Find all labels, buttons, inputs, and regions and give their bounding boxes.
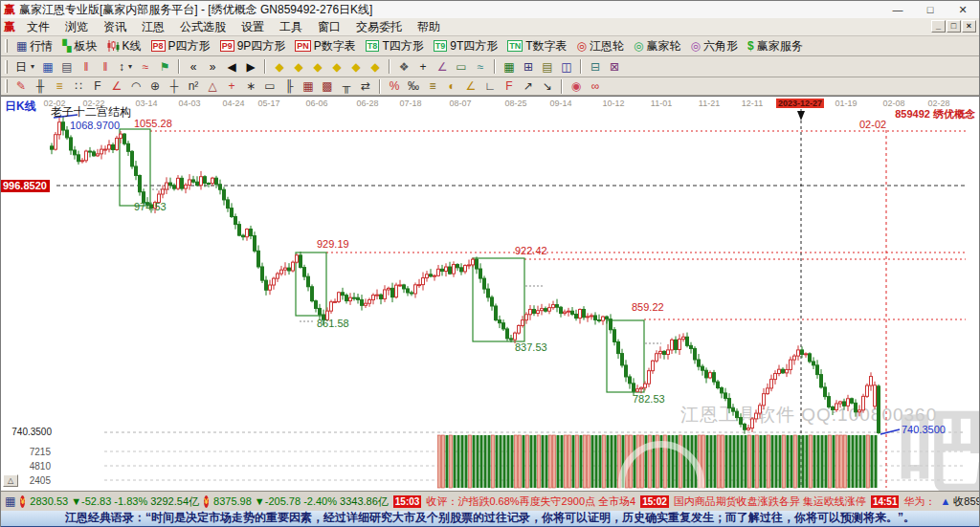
gann-wheel-button[interactable]: ◎江恩轮: [572, 37, 629, 55]
menu-browse[interactable]: 浏览: [57, 19, 96, 35]
gann-diamond-left-icon[interactable]: ◆: [270, 58, 289, 76]
menu-settings[interactable]: 设置: [234, 19, 272, 35]
ray-burst-icon[interactable]: ∗: [241, 77, 260, 95]
gann-grid-icon[interactable]: ╫: [31, 77, 50, 95]
market-grid-icon[interactable]: ▦: [5, 494, 15, 508]
price-proportion-icon[interactable]: ∷: [69, 77, 88, 95]
prev-candle-icon[interactable]: ◀: [222, 58, 241, 76]
square-nine-icon[interactable]: n²: [184, 77, 203, 95]
hexagon-button[interactable]: ◎六角形: [686, 37, 743, 55]
p9-square-button[interactable]: P99P四方形: [215, 37, 291, 55]
memo-icon[interactable]: ▤: [538, 58, 557, 76]
toolbar-button-label: P四方形: [168, 38, 211, 55]
data-import-icon[interactable]: ⊠: [605, 58, 624, 76]
minimize-button[interactable]: —: [881, 4, 914, 16]
menu-help[interactable]: 帮助: [410, 19, 448, 35]
f-line-icon[interactable]: F: [88, 77, 107, 95]
close-button[interactable]: ✕: [947, 4, 979, 16]
draw-pen-icon[interactable]: ✎: [11, 77, 31, 95]
channel-tool-icon[interactable]: ╟: [279, 77, 299, 95]
half-circle-icon[interactable]: ◐: [442, 77, 461, 95]
arc-line-icon[interactable]: ◠: [126, 77, 145, 95]
permille-line-icon[interactable]: ‰: [404, 77, 423, 95]
gann-circle-icon[interactable]: ⊕: [145, 77, 165, 95]
gann-box-icon[interactable]: ▦: [299, 77, 318, 95]
gann-diamond-right-icon[interactable]: ◆: [289, 58, 308, 76]
mdi-minimize-button[interactable]: _: [931, 20, 946, 33]
mini-kline-red2-icon[interactable]: ‖: [96, 58, 115, 76]
maximize-button[interactable]: □: [914, 4, 947, 16]
cycle-bars-icon[interactable]: ╥: [337, 77, 356, 95]
menu-file[interactable]: 文件: [19, 19, 57, 35]
mini-kline-red-icon[interactable]: ‖: [77, 58, 96, 76]
wave-count-icon[interactable]: ≈: [471, 58, 490, 76]
crosshair-icon[interactable]: +: [413, 58, 433, 76]
t-table-button[interactable]: TNT数字表: [502, 37, 571, 55]
swap-axis-icon[interactable]: ⇄: [356, 77, 375, 95]
menu-info[interactable]: 资讯: [96, 19, 134, 35]
mdi-close-button[interactable]: ×: [962, 20, 976, 33]
region-stat-icon[interactable]: ▭: [452, 58, 471, 76]
menu-window[interactable]: 窗口: [310, 19, 348, 35]
angle-measure-icon[interactable]: ∠: [433, 58, 452, 76]
infinity-icon[interactable]: ∞: [586, 77, 605, 95]
rect-mark-icon[interactable]: ▭: [260, 77, 279, 95]
news-headline-3[interactable]: 华为：: [903, 494, 935, 509]
p-square-button[interactable]: P8P四方形: [146, 37, 215, 55]
fib-retrace-icon[interactable]: ≡: [423, 77, 442, 95]
angle-line-icon[interactable]: ∠: [107, 77, 126, 95]
f2-line-icon[interactable]: F: [500, 77, 519, 95]
market-button[interactable]: ▦行情: [11, 37, 57, 55]
shanghai-index-quote[interactable]: 2830.53 ▼-52.83 -1.83% 3292.54亿: [30, 494, 199, 509]
gann-diamond-h-icon[interactable]: ◆: [308, 58, 327, 76]
t9-square-button[interactable]: T99T四方形: [429, 37, 503, 55]
winner-service-button[interactable]: $赢家服务: [743, 37, 808, 55]
uptrend-line-icon[interactable]: ↗: [519, 77, 538, 95]
menu-formula-pick[interactable]: 公式选股: [172, 19, 234, 35]
gold-angle-icon[interactable]: ∠: [461, 77, 480, 95]
calculator-icon[interactable]: ⊞: [519, 58, 538, 76]
golden-section-icon[interactable]: ≡: [50, 77, 69, 95]
news-headline-1[interactable]: 收评：沪指跌0.68%再度失守2900点 全市场4: [426, 494, 635, 509]
menu-trade[interactable]: 交易委托: [348, 19, 410, 35]
percent-line-icon[interactable]: %: [385, 77, 404, 95]
kline-button[interactable]: K线: [102, 37, 146, 55]
news-headline-2[interactable]: 国内商品期货收盘涨跌各异 集运欧线涨停: [674, 494, 866, 509]
data-export-icon[interactable]: ⊟: [586, 58, 605, 76]
last-page-icon[interactable]: »: [203, 58, 222, 76]
menu-gann[interactable]: 江恩: [134, 19, 172, 35]
layout-window-icon[interactable]: ▦: [38, 58, 57, 76]
kline-canvas[interactable]: [1, 97, 979, 491]
toolbar-drag-handle[interactable]: [5, 60, 8, 74]
gann-diamond-up-icon[interactable]: ◆: [327, 58, 346, 76]
save-layout-icon[interactable]: ◫: [557, 58, 576, 76]
gann-diamond-v-icon[interactable]: ◆: [366, 58, 385, 76]
first-page-icon[interactable]: «: [184, 58, 203, 76]
shade-box-icon[interactable]: ▩: [318, 77, 337, 95]
t-square-button[interactable]: T8T四方形: [361, 37, 429, 55]
menu-tools[interactable]: 工具: [272, 19, 310, 35]
flag-marker-icon[interactable]: ⚑: [155, 58, 174, 76]
gann-diamond-down-icon[interactable]: ◆: [346, 58, 366, 76]
overlay-kline-icon[interactable]: ≈: [136, 58, 155, 76]
time-grid-icon[interactable]: ┼: [165, 77, 184, 95]
calendar-icon[interactable]: ▦: [500, 58, 519, 76]
winner-wheel-button[interactable]: ◎赢家轮: [629, 37, 685, 55]
p-table-button[interactable]: PNP数字表: [290, 37, 361, 55]
period-day-button[interactable]: 日▾: [11, 58, 38, 76]
quote-panel-icon[interactable]: ▤: [57, 58, 77, 76]
zoom-updown-icon[interactable]: ↕▾: [115, 58, 136, 76]
hand-drag-icon[interactable]: ❖: [394, 58, 413, 76]
fan-center-icon[interactable]: +: [222, 77, 241, 95]
shenzhen-index-quote[interactable]: 8375.98 ▼-205.78 -2.40% 3343.86亿: [213, 494, 389, 509]
sectors-button[interactable]: ▚板块: [57, 37, 101, 55]
toolbar-drag-handle[interactable]: [5, 79, 8, 93]
panel-expander-button[interactable]: △: [3, 474, 18, 487]
taiji-icon[interactable]: ◉: [567, 77, 586, 95]
right-angle-icon[interactable]: ∟: [480, 77, 500, 95]
triangle-tool-icon[interactable]: △: [203, 77, 222, 95]
next-candle-icon[interactable]: ▶: [241, 58, 260, 76]
mdi-restore-button[interactable]: □: [947, 20, 961, 33]
toolbar-drag-handle[interactable]: [5, 39, 8, 53]
downtrend-line-icon[interactable]: ↘: [538, 77, 557, 95]
